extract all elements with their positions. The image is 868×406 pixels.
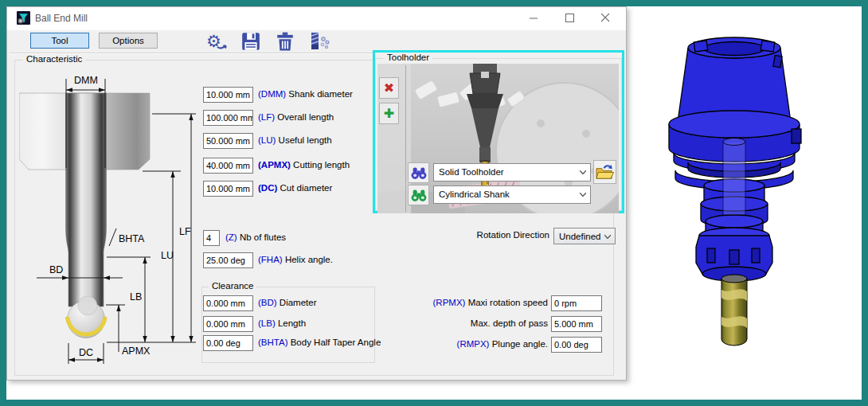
cut-diameter-label: (DC) Cut diameter (258, 183, 332, 193)
binoculars-green-icon (411, 188, 427, 202)
clearance-length-label: (LB) Length (258, 318, 306, 328)
window-title: Ball End Mill (35, 13, 88, 24)
z-text: Nb of flutes (240, 232, 286, 242)
remove-toolholder-button[interactable]: ✖ (379, 77, 399, 99)
fha-code: (FHA) (258, 255, 283, 264)
depth-text: Max. depth of pass (471, 318, 548, 328)
delete-button[interactable] (275, 31, 297, 52)
app-icon (17, 11, 30, 25)
chevron-down-icon (580, 193, 586, 197)
shank-diameter-input[interactable]: 10.000 mm (203, 87, 253, 103)
clearance-diameter-input[interactable]: 0.000 mm (203, 295, 253, 311)
rotation-direction-select[interactable]: Undefined (553, 228, 616, 244)
search-shank-button[interactable] (408, 185, 429, 205)
shank-diameter-label: (DMM) Shank diameter (258, 89, 353, 99)
shank-type-value: Cylindrical Shank (439, 189, 510, 199)
characteristic-group-label: Characteristic (23, 54, 85, 64)
body-half-taper-angle-input[interactable]: 0.00 deg (203, 335, 253, 351)
diagram-label-apmx: APMX (122, 345, 151, 357)
tab-options[interactable]: Options (99, 33, 158, 49)
app-window: Ball End Mill Tool Options ⚙ (0, 0, 868, 406)
lf-text: Overall length (277, 112, 334, 122)
useful-length-label: (LU) Useful length (258, 135, 332, 145)
toolholder-type-select[interactable]: Solid Toolholder (433, 163, 591, 182)
maximize-button[interactable] (556, 6, 583, 29)
cutting-length-label: (APMX) Cutting length (258, 160, 350, 170)
maximize-icon (565, 14, 574, 22)
diagram-label-lb: LB (130, 291, 142, 303)
rmpx-code: (RMPX) (457, 339, 490, 349)
clearance-group-label: Clearance (209, 281, 256, 291)
save-button[interactable] (240, 31, 263, 52)
helix-angle-label: (FHA) Helix angle. (258, 255, 333, 264)
fha-text: Helix angle. (285, 255, 333, 264)
nb-flutes-input[interactable]: 4 (203, 230, 220, 246)
tool-database-button[interactable] (308, 31, 330, 52)
search-toolholder-button[interactable] (408, 162, 429, 183)
browse-toolholder-button[interactable] (593, 160, 616, 184)
add-toolholder-button[interactable]: ✚ (379, 103, 399, 124)
rmpx-text: Plunge angle. (492, 339, 548, 349)
trash-icon (275, 31, 295, 52)
diagram-label-lf: LF (179, 226, 191, 237)
dmm-text: Shank diameter (288, 89, 353, 99)
gear-refresh-icon: ⚙ (205, 31, 228, 52)
diagram-label-bhta: BHTA (119, 233, 145, 244)
plunge-angle-input[interactable]: 0.00 deg (551, 337, 602, 353)
remove-x-icon: ✖ (384, 80, 394, 96)
maxi-rotation-speed-label: (RPMX) Maxi rotation speed (381, 298, 548, 307)
toolholder-3d-render[interactable] (639, 22, 862, 365)
rpmx-code: (RPMX) (433, 298, 466, 307)
diagram-label-bd: BD (49, 264, 63, 275)
lu-code: (LU) (258, 135, 276, 145)
diagram-label-dc: DC (79, 347, 93, 358)
minimize-icon (530, 14, 538, 22)
tab-tool[interactable]: Tool (30, 33, 89, 49)
add-plus-icon: ✚ (384, 106, 394, 121)
save-icon (240, 31, 261, 52)
tool-database-icon (308, 31, 330, 52)
diagram-label-dmm: DMM (74, 75, 98, 86)
toolholder-group-label: Toolholder (384, 53, 432, 62)
bhta-code: (BHTA) (258, 338, 287, 347)
clearance-length-input[interactable]: 0.000 mm (203, 316, 253, 332)
dc-code: (DC) (258, 183, 277, 193)
close-icon (601, 14, 610, 22)
tool-diagram: DMM LF LU LB BD BHTA DC APMX (19, 68, 198, 374)
shank-type-select[interactable]: Cylindrical Shank (433, 185, 591, 204)
nb-flutes-label: (Z) Nb of flutes (225, 232, 286, 242)
lu-text: Useful length (279, 135, 332, 145)
chevron-down-icon (604, 235, 611, 239)
cutting-length-input[interactable]: 40.000 mm (203, 158, 253, 174)
binoculars-blue-icon (411, 166, 427, 180)
apmx-code: (APMX) (258, 160, 291, 170)
helix-angle-input[interactable]: 25.00 deg (203, 252, 253, 268)
rpmx-text: Maxi rotation speed (468, 298, 548, 307)
close-button[interactable] (592, 6, 619, 29)
dmm-code: (DMM) (258, 89, 286, 99)
overall-length-label: (LF) Overall length (258, 112, 334, 122)
dc-text: Cut diameter (280, 183, 332, 193)
toolholder-type-value: Solid Toolholder (439, 167, 504, 177)
maxi-rotation-speed-input[interactable]: 0 rpm (551, 295, 602, 311)
body-half-taper-angle-label: (BHTA) Body Half Taper Angle (258, 338, 381, 347)
max-depth-of-pass-label: Max. depth of pass (381, 318, 548, 328)
overall-length-input[interactable]: 100.000 mm (203, 110, 253, 126)
clearance-diameter-label: (BD) Diameter (258, 298, 317, 307)
z-code: (Z) (225, 232, 237, 242)
bd-code: (BD) (258, 298, 277, 307)
lb-text: Length (278, 318, 306, 328)
settings-regenerate-button[interactable]: ⚙ (205, 31, 228, 52)
max-depth-of-pass-input[interactable]: 5.000 mm (551, 316, 602, 332)
bhta-text: Body Half Taper Angle (291, 338, 381, 347)
useful-length-input[interactable]: 50.000 mm (203, 133, 253, 149)
diagram-label-lu: LU (161, 250, 174, 261)
chevron-down-icon (580, 170, 586, 174)
plunge-angle-label: (RMPX) Plunge angle. (381, 339, 548, 349)
cut-diameter-input[interactable]: 10.000 mm (203, 181, 253, 197)
minimize-button[interactable] (520, 6, 547, 29)
lf-code: (LF) (258, 112, 275, 122)
apmx-text: Cutting length (293, 160, 350, 170)
rotation-direction-label: Rotation Direction (382, 230, 549, 240)
bd-text: Diameter (280, 298, 317, 307)
